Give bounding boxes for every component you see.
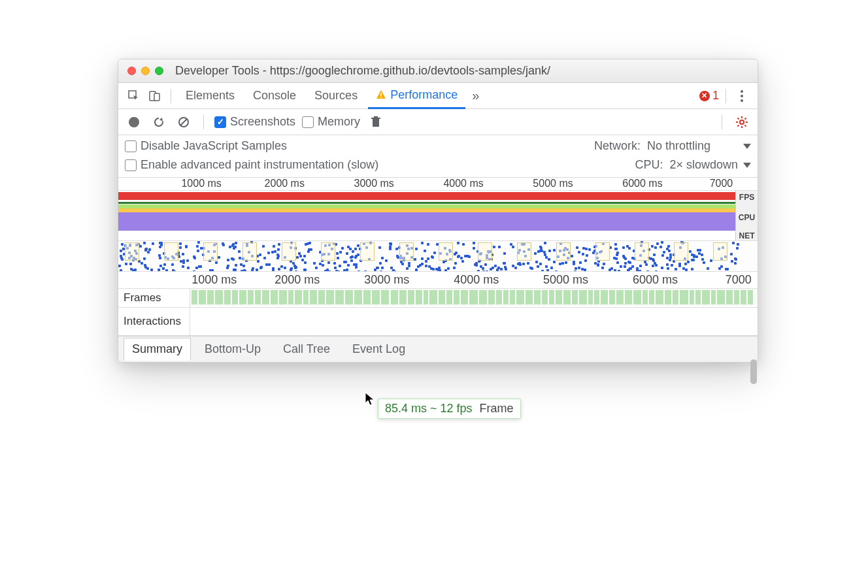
mouse-cursor-icon xyxy=(365,392,376,406)
overview-fps-lane: FPS xyxy=(118,191,758,204)
network-throttle-label: Network: xyxy=(594,139,641,153)
ruler-tick: 6000 ms xyxy=(633,273,678,287)
ruler-tick: 4000 ms xyxy=(443,178,483,189)
ruler-tick: 1000 ms xyxy=(192,273,237,287)
disable-js-label: Disable JavaScript Samples xyxy=(141,139,287,153)
checkbox-icon xyxy=(214,116,226,128)
tab-elements[interactable]: Elements xyxy=(178,83,242,109)
cpu-throttle-value: 2× slowdown xyxy=(669,158,738,172)
track-ruler[interactable]: 1000 ms 2000 ms 3000 ms 4000 ms 5000 ms … xyxy=(118,272,758,289)
enable-paint-instrumentation-checkbox[interactable]: Enable advanced paint instrumentation (s… xyxy=(125,158,378,172)
details-tabs: Summary Bottom-Up Call Tree Event Log xyxy=(118,336,758,362)
svg-line-18 xyxy=(744,118,746,119)
tab-sources[interactable]: Sources xyxy=(307,83,365,109)
ruler-tick: 2000 ms xyxy=(275,273,320,287)
interactions-track: Interactions xyxy=(118,308,758,336)
error-count: 1 xyxy=(712,89,719,103)
svg-line-15 xyxy=(738,118,739,119)
reload-button[interactable] xyxy=(150,113,168,131)
close-window-button[interactable] xyxy=(127,67,136,75)
tooltip-label: Frame xyxy=(480,402,514,415)
network-throttle-value: No throttling xyxy=(647,139,710,153)
ruler-tick: 1000 ms xyxy=(181,178,221,189)
capture-settings-icon[interactable] xyxy=(733,113,751,131)
main-tabs-row: Elements Console Sources Performance » ✕… xyxy=(118,83,758,109)
cpu-throttle-select[interactable]: 2× slowdown xyxy=(669,158,751,172)
interactions-track-body[interactable] xyxy=(190,308,758,335)
tab-summary[interactable]: Summary xyxy=(124,338,191,361)
frames-track: Frames xyxy=(118,289,758,308)
tooltip-ms-fps: 85.4 ms ~ 12 fps xyxy=(385,402,473,415)
device-toolbar-icon[interactable] xyxy=(146,87,164,105)
overview-screenshots-lane xyxy=(118,240,758,272)
tab-event-log[interactable]: Event Log xyxy=(344,338,414,361)
svg-rect-3 xyxy=(380,93,382,96)
perf-toolbar: Screenshots Memory xyxy=(118,109,758,135)
ruler-tick: 5000 ms xyxy=(543,273,588,287)
tabs-overflow[interactable]: » xyxy=(468,83,483,109)
separator xyxy=(171,89,171,103)
separator xyxy=(726,89,726,103)
checkbox-icon xyxy=(125,159,137,171)
overview-net-lane: NET xyxy=(118,231,758,240)
screenshots-checkbox[interactable]: Screenshots xyxy=(214,115,295,129)
tab-console[interactable]: Console xyxy=(245,83,304,109)
disable-js-samples-checkbox[interactable]: Disable JavaScript Samples xyxy=(125,139,287,153)
frame-tooltip: 85.4 ms ~ 12 fps Frame xyxy=(378,399,521,419)
ruler-tick: 3000 ms xyxy=(364,273,409,287)
svg-line-16 xyxy=(744,125,746,126)
cpu-lane-label: CPU xyxy=(735,204,758,231)
collect-garbage-icon[interactable] xyxy=(367,113,385,131)
svg-line-17 xyxy=(738,125,739,126)
kebab-menu-icon[interactable] xyxy=(733,87,751,105)
checkbox-icon xyxy=(302,116,314,128)
frames-track-body[interactable] xyxy=(190,289,758,306)
svg-rect-4 xyxy=(380,97,382,98)
devtools-window: Developer Tools - https://googlechrome.g… xyxy=(118,59,758,363)
net-lane-label: NET xyxy=(735,231,758,240)
record-button[interactable] xyxy=(125,113,143,131)
error-icon: ✕ xyxy=(699,91,710,101)
error-count-badge[interactable]: ✕ 1 xyxy=(699,89,719,103)
window-title: Developer Tools - https://googlechrome.g… xyxy=(175,64,550,78)
checkbox-icon xyxy=(125,140,137,152)
svg-line-6 xyxy=(180,119,187,125)
memory-checkbox[interactable]: Memory xyxy=(302,115,360,129)
cpu-throttle-label: CPU: xyxy=(635,158,663,172)
memory-label: Memory xyxy=(318,115,360,129)
overview-ruler[interactable]: 1000 ms 2000 ms 3000 ms 4000 ms 5000 ms … xyxy=(118,178,758,191)
fps-lane-label: FPS xyxy=(735,191,758,204)
chevron-down-icon xyxy=(743,163,751,168)
ruler-tick: 2000 ms xyxy=(265,178,305,189)
ruler-tick: 5000 ms xyxy=(533,178,573,189)
clear-button[interactable] xyxy=(175,113,193,131)
ruler-tick: 4000 ms xyxy=(454,273,499,287)
inspect-element-icon[interactable] xyxy=(125,87,143,105)
minimize-window-button[interactable] xyxy=(141,67,150,75)
scrollbar-thumb[interactable] xyxy=(750,359,757,384)
svg-rect-8 xyxy=(371,118,380,119)
traffic-lights xyxy=(127,67,163,75)
svg-rect-9 xyxy=(374,116,378,118)
zoom-window-button[interactable] xyxy=(155,67,163,75)
ruler-tick: 6000 ms xyxy=(622,178,662,189)
svg-rect-2 xyxy=(154,93,159,101)
tab-bottom-up[interactable]: Bottom-Up xyxy=(196,338,269,361)
network-throttle-select[interactable]: No throttling xyxy=(647,139,710,153)
screenshots-label: Screenshots xyxy=(230,115,295,129)
enable-paint-label: Enable advanced paint instrumentation (s… xyxy=(141,158,378,172)
overview-cpu-lane: CPU xyxy=(118,204,758,231)
separator xyxy=(722,115,722,129)
tab-performance-label: Performance xyxy=(390,88,458,102)
separator xyxy=(203,115,204,129)
ruler-tick: 3000 ms xyxy=(354,178,394,189)
tab-performance[interactable]: Performance xyxy=(368,83,465,109)
overview-panel[interactable]: 1000 ms 2000 ms 3000 ms 4000 ms 5000 ms … xyxy=(118,178,758,272)
svg-rect-7 xyxy=(373,119,379,127)
tab-call-tree[interactable]: Call Tree xyxy=(275,338,339,361)
frames-track-label: Frames xyxy=(118,289,190,307)
capture-settings-panel: Disable JavaScript Samples Network: No t… xyxy=(118,135,758,178)
titlebar: Developer Tools - https://googlechrome.g… xyxy=(118,59,758,83)
warning-icon xyxy=(376,90,386,100)
svg-point-10 xyxy=(740,120,744,124)
